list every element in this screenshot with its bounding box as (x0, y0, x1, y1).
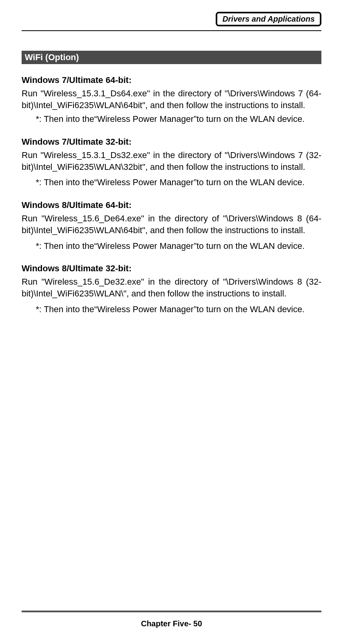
block-paragraph: Run "Wireless_15.6_De32.exe" in the dire… (22, 276, 321, 299)
header-rule (22, 30, 321, 31)
instruction-block: Windows 7/Ultimate 32-bit: Run "Wireless… (22, 137, 321, 188)
block-heading: Windows 7/Ultimate 32-bit: (22, 137, 321, 147)
block-heading: Windows 8/Ultimate 64-bit: (22, 200, 321, 210)
instruction-block: Windows 8/Ultimate 64-bit: Run "Wireless… (22, 200, 321, 252)
footer-page-label: Chapter Five- 50 (22, 619, 321, 628)
block-note: *: Then into the“Wireless Power Manager”… (22, 113, 321, 125)
block-note: *: Then into the“Wireless Power Manager”… (22, 177, 321, 188)
page-footer: Chapter Five- 50 (22, 611, 321, 628)
chapter-title-box: Drivers and Applications (216, 12, 321, 26)
block-note: *: Then into the“Wireless Power Manager”… (22, 240, 321, 252)
instruction-block: Windows 7/Ultimate 64-bit: Run "Wireless… (22, 75, 321, 125)
block-paragraph: Run "Wireless_15.3.1_Ds32.exe" in the di… (22, 149, 321, 173)
section-title-bar: WiFi (Option) (22, 51, 321, 64)
section-title-text: WiFi (Option) (25, 52, 79, 62)
chapter-title-text: Drivers and Applications (222, 15, 315, 23)
header-row: Drivers and Applications (22, 12, 321, 30)
block-heading: Windows 7/Ultimate 64-bit: (22, 75, 321, 85)
block-paragraph: Run "Wireless_15.3.1_Ds64.exe" in the di… (22, 88, 321, 111)
block-note: *: Then into the“Wireless Power Manager”… (22, 304, 321, 315)
block-paragraph: Run "Wireless_15.6_De64.exe" in the dire… (22, 213, 321, 236)
footer-rule (22, 611, 321, 612)
instruction-block: Windows 8/Ultimate 32-bit: Run "Wireless… (22, 263, 321, 315)
block-heading: Windows 8/Ultimate 32-bit: (22, 263, 321, 274)
